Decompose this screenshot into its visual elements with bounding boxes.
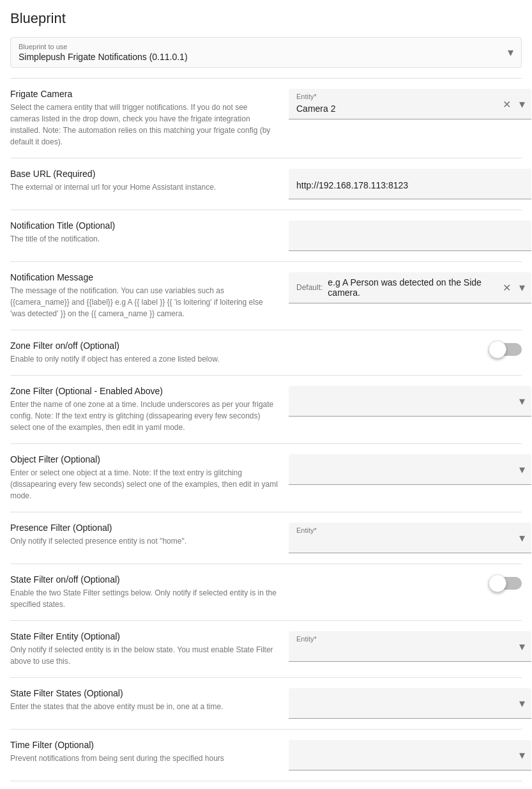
chevron-icon-time-filter: ▾ [519, 748, 525, 762]
page-title: Blueprint [10, 10, 522, 27]
section-right-object-filter: ▾ [289, 454, 531, 485]
section-title-base-url: Base URL (Required) [10, 169, 278, 179]
chevron-icon-presence-filter: ▾ [519, 531, 525, 545]
dropdown-object-filter[interactable]: ▾ [289, 454, 531, 485]
section-state-filter-entity: State Filter Entity (Optional)Only notif… [10, 620, 522, 677]
section-left-zone-filter: Zone Filter (Optional - Enabled Above)En… [10, 386, 278, 433]
dropdown-label-state-filter-entity: Entity* [296, 635, 317, 643]
dropdown-label-frigate-camera: Entity* [296, 93, 317, 100]
section-left-state-filter-entity: State Filter Entity (Optional)Only notif… [10, 631, 278, 667]
chevron-icon-object-filter: ▾ [519, 463, 525, 477]
section-right-base-url [289, 169, 531, 199]
section-right-state-filter-states: ▾ [289, 688, 531, 719]
section-title-state-filter-toggle: State Filter on/off (Optional) [10, 574, 278, 585]
section-title-presence-filter: Presence Filter (Optional) [10, 523, 278, 533]
section-desc-state-filter-entity: Only notify if selected entity is in the… [10, 644, 278, 667]
section-title-object-filter: Object Filter (Optional) [10, 454, 278, 464]
section-title-notification-title: Notification Title (Optional) [10, 220, 278, 231]
section-notification-title: Notification Title (Optional)The title o… [10, 210, 522, 261]
dropdown-presence-filter[interactable]: Entity*▾ [289, 523, 531, 553]
section-desc-object-filter: Enter or select one object at a time. No… [10, 467, 278, 502]
section-object-filter: Object Filter (Optional)Enter or select … [10, 443, 522, 512]
dropdown-state-filter-states[interactable]: ▾ [289, 688, 531, 719]
sections-container: Frigate CameraSelect the camera entity t… [10, 78, 522, 789]
section-right-state-filter-toggle [289, 574, 522, 592]
section-desc-state-filter-states: Enter the states that the above entity m… [10, 701, 278, 712]
toggle-zone-filter-toggle[interactable] [489, 341, 522, 358]
clear-button-frigate-camera[interactable]: ✕ [503, 98, 511, 110]
section-right-time-filter: ▾ [289, 740, 531, 770]
section-state-filter-toggle: State Filter on/off (Optional)Enable the… [10, 563, 522, 620]
section-left-time-filter: Time Filter (Optional)Prevent notificati… [10, 740, 278, 764]
section-desc-zone-filter: Enter the name of one zone at a time. In… [10, 399, 278, 433]
chevron-icon-state-filter-states: ▾ [519, 696, 525, 710]
blueprint-selector-chevron-icon: ▾ [508, 45, 513, 59]
section-state-filter-states: State Filter States (Optional)Enter the … [10, 677, 522, 729]
chevron-icon-notification-message: ▾ [519, 280, 525, 295]
blueprint-selector-label: Blueprint to use [19, 43, 513, 50]
dropdown-tag-notification-message: Default: [296, 283, 323, 292]
section-desc-presence-filter: Only notify if selected presence entity … [10, 535, 278, 547]
section-right-presence-filter: Entity*▾ [289, 523, 531, 553]
section-desc-base-url: The external or internal url for your Ho… [10, 181, 278, 193]
section-desc-zone-filter-toggle: Enable to only notify if object has ente… [10, 353, 278, 365]
text-input-base-url[interactable] [289, 169, 531, 199]
blueprint-selector[interactable]: Blueprint to use Simplepush Frigate Noti… [10, 37, 522, 68]
toggle-state-filter-toggle[interactable] [489, 574, 522, 592]
dropdown-state-filter-entity[interactable]: Entity*▾ [289, 631, 531, 662]
section-title-time-filter: Time Filter (Optional) [10, 740, 278, 750]
section-left-state-filter-toggle: State Filter on/off (Optional)Enable the… [10, 574, 278, 610]
section-left-object-filter: Object Filter (Optional)Enter or select … [10, 454, 278, 502]
section-left-state-filter-states: State Filter States (Optional)Enter the … [10, 688, 278, 712]
section-desc-state-filter-toggle: Enable the two State Filter settings bel… [10, 587, 278, 610]
section-left-zone-filter-toggle: Zone Filter on/off (Optional)Enable to o… [10, 341, 278, 365]
dropdown-zone-filter[interactable]: ▾ [289, 386, 531, 417]
section-right-zone-filter: ▾ [289, 386, 531, 417]
toggle-thumb-zone-filter-toggle [489, 341, 506, 358]
section-title-zone-filter: Zone Filter (Optional - Enabled Above) [10, 386, 278, 396]
chevron-icon-state-filter-entity: ▾ [519, 640, 525, 654]
section-title-notification-message: Notification Message [10, 272, 278, 282]
section-title-zone-filter-toggle: Zone Filter on/off (Optional) [10, 341, 278, 351]
section-notification-message: Notification MessageThe message of the n… [10, 261, 522, 330]
chevron-icon-frigate-camera: ▾ [519, 97, 525, 111]
section-left-base-url: Base URL (Required)The external or inter… [10, 169, 278, 193]
section-frigate-camera: Frigate CameraSelect the camera entity t… [10, 78, 522, 158]
dropdown-time-filter[interactable]: ▾ [289, 740, 531, 770]
section-left-presence-filter: Presence Filter (Optional)Only notify if… [10, 523, 278, 547]
dropdown-value-frigate-camera: Camera 2 [296, 103, 335, 114]
section-desc-notification-title: The title of the notification. [10, 233, 278, 245]
section-desc-time-filter: Prevent notifications from being sent du… [10, 753, 278, 764]
section-title-state-filter-entity: State Filter Entity (Optional) [10, 631, 278, 641]
clear-button-notification-message[interactable]: ✕ [503, 282, 511, 294]
section-zone-filter: Zone Filter (Optional - Enabled Above)En… [10, 375, 522, 443]
section-right-state-filter-entity: Entity*▾ [289, 631, 531, 662]
text-input-notification-title[interactable] [289, 220, 531, 251]
section-title-state-filter-states: State Filter States (Optional) [10, 688, 278, 698]
chevron-icon-zone-filter: ▾ [519, 394, 525, 408]
dropdown-label-presence-filter: Entity* [296, 526, 317, 534]
section-left-frigate-camera: Frigate CameraSelect the camera entity t… [10, 89, 278, 148]
section-title-frigate-camera: Frigate Camera [10, 89, 278, 99]
section-left-notification-title: Notification Title (Optional)The title o… [10, 220, 278, 245]
section-left-notification-message: Notification MessageThe message of the n… [10, 272, 278, 319]
section-time-filter: Time Filter (Optional)Prevent notificati… [10, 729, 522, 781]
section-right-zone-filter-toggle [289, 341, 522, 358]
section-desc-notification-message: The message of the notification. You can… [10, 285, 278, 319]
section-right-notification-message: Default:e.g A Person was detected on the… [289, 272, 531, 303]
section-right-notification-title [289, 220, 531, 251]
section-zone-filter-toggle: Zone Filter on/off (Optional)Enable to o… [10, 330, 522, 375]
dropdown-frigate-camera[interactable]: Entity*Camera 2✕▾ [289, 89, 531, 119]
dropdown-value-notification-message: e.g A Person was detected on the Side ca… [328, 277, 508, 298]
dropdown-notification-message[interactable]: Default:e.g A Person was detected on the… [289, 272, 531, 303]
section-desc-frigate-camera: Select the camera entity that will trigg… [10, 102, 278, 148]
toggle-thumb-state-filter-toggle [489, 574, 506, 592]
section-right-frigate-camera: Entity*Camera 2✕▾ [289, 89, 531, 119]
section-presence-filter: Presence Filter (Optional)Only notify if… [10, 512, 522, 563]
section-base-url: Base URL (Required)The external or inter… [10, 158, 522, 210]
section-cooldown: Cooldown (Optional)Delay before sending … [10, 781, 522, 789]
page-container: Blueprint Blueprint to use Simplepush Fr… [0, 0, 532, 789]
blueprint-selector-value: Simplepush Frigate Notifications (0.11.0… [19, 52, 513, 62]
